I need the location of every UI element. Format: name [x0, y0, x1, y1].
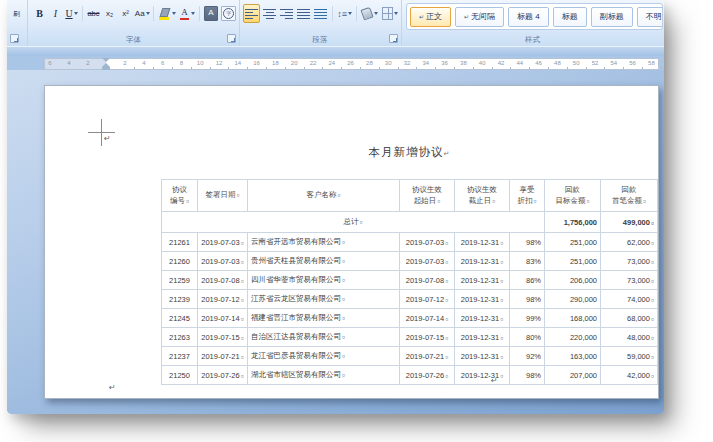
line-spacing-button[interactable]: ↕≡ [337, 5, 352, 22]
align-right-button[interactable] [279, 5, 294, 22]
table-cell[interactable]: 2019-07-26 [198, 366, 248, 385]
subscript-button[interactable]: x₂ [102, 5, 117, 22]
table-cell[interactable]: 42,000 [601, 366, 658, 385]
table-cell[interactable]: 四川省华蓥市贸易有限公司 [248, 271, 400, 290]
column-header[interactable]: 协议生效 截止日 [455, 180, 510, 212]
table-cell[interactable]: 21245 [162, 309, 198, 328]
align-left-button[interactable] [243, 4, 260, 23]
indent-marker[interactable] [102, 58, 110, 70]
table-cell[interactable]: 2019-12-31 [455, 233, 510, 252]
superscript-button[interactable]: x² [118, 5, 133, 22]
table-cell[interactable]: 68,000 [601, 309, 658, 328]
table-cell[interactable]: 2019-07-12 [400, 290, 455, 309]
format-painter-button[interactable]: 刷 [9, 5, 24, 22]
change-case-button[interactable]: Aa [134, 5, 150, 22]
font-color-button[interactable]: A [178, 5, 196, 22]
table-cell[interactable]: 99% [510, 309, 545, 328]
table-cell[interactable]: 湖北省市辖区贸易有限公司 [248, 366, 400, 385]
table-cell[interactable]: 98% [510, 290, 545, 309]
table-cell[interactable]: 2019-07-12 [198, 290, 248, 309]
table-cell[interactable]: 云南省开远市贸易有限公司 [248, 233, 400, 252]
table-cell[interactable]: 2019-12-31 [455, 290, 510, 309]
document-page[interactable]: ↵ 本月新增协议↵ 协议 编号签署日期客户名称协议生效 起始日协议生效 截止日享… [44, 85, 659, 399]
table-cell[interactable]: 73,000 [601, 271, 658, 290]
font-dialog-launcher[interactable] [227, 34, 236, 43]
style-item-副标题[interactable]: 副标题 [591, 7, 633, 27]
table-cell[interactable]: 2019-12-31 [455, 271, 510, 290]
style-item-标题 4[interactable]: 标题 4 [508, 7, 549, 27]
table-cell[interactable]: 92% [510, 347, 545, 366]
page-title[interactable]: 本月新增协议↵ [161, 145, 657, 160]
table-cell[interactable]: 80% [510, 328, 545, 347]
highlight-color-button[interactable] [157, 5, 177, 22]
table-cell[interactable]: 251,000 [545, 252, 601, 271]
column-header[interactable]: 回款 首笔金额 [601, 180, 658, 212]
table-cell[interactable]: 龙江省巴彦县贸易有限公司 [248, 347, 400, 366]
table-cell[interactable]: 江苏省云龙区贸易有限公司 [248, 290, 400, 309]
table-cell[interactable]: 2019-07-08 [198, 271, 248, 290]
column-header[interactable]: 回款 目标金额 [545, 180, 601, 212]
style-item-正文[interactable]: ↵正文 [410, 7, 451, 27]
table-cell[interactable]: 自治区江达县贸易有限公司 [248, 328, 400, 347]
strikethrough-button[interactable]: abc [86, 5, 101, 22]
ruler-strip[interactable]: 6422468101214161820222426283032343638404… [44, 58, 659, 70]
distribute-button[interactable] [313, 5, 328, 22]
table-cell[interactable]: 206,000 [545, 271, 601, 290]
table-cell[interactable]: 2019-12-31 [455, 252, 510, 271]
table-cell[interactable]: 74,000 [601, 290, 658, 309]
table-cell[interactable]: 2019-07-21 [400, 347, 455, 366]
table-cell[interactable]: 21263 [162, 328, 198, 347]
table-cell[interactable]: 21239 [162, 290, 198, 309]
column-header[interactable]: 享受 折扣 [510, 180, 545, 212]
horizontal-ruler[interactable]: 6422468101214161820222426283032343638404… [7, 56, 664, 70]
justify-button[interactable] [296, 5, 311, 22]
align-center-button[interactable] [262, 5, 277, 22]
table-cell[interactable]: 2019-12-31 [455, 328, 510, 347]
table-cell[interactable]: 2019-07-03 [400, 252, 455, 271]
table-cell[interactable]: 2019-07-21 [198, 347, 248, 366]
underline-button[interactable]: U [64, 5, 79, 22]
table-cell[interactable]: 21250 [162, 366, 198, 385]
table-cell[interactable]: 73,000 [601, 252, 658, 271]
table-cell[interactable]: 207,000 [545, 366, 601, 385]
table-cell[interactable]: 168,000 [545, 309, 601, 328]
table-cell[interactable]: 21261 [162, 233, 198, 252]
table-cell[interactable]: 2019-07-15 [198, 328, 248, 347]
table-cell[interactable]: 2019-07-03 [400, 233, 455, 252]
table-cell[interactable]: 163,000 [545, 347, 601, 366]
table-cell[interactable]: 福建省晋江市贸易有限公司 [248, 309, 400, 328]
clipboard-dialog-launcher[interactable] [10, 34, 19, 43]
table-cell[interactable]: 2019-12-31 [455, 347, 510, 366]
table-cell[interactable]: 48,000 [601, 328, 658, 347]
table-cell[interactable]: 2019-07-03 [198, 252, 248, 271]
style-item-标题[interactable]: 标题 [553, 7, 587, 27]
bold-button[interactable]: B [32, 5, 47, 22]
table-cell[interactable]: 2019-07-14 [198, 309, 248, 328]
table-cell[interactable]: 220,000 [545, 328, 601, 347]
column-header[interactable]: 协议 编号 [162, 180, 198, 212]
table-cell[interactable]: 98% [510, 233, 545, 252]
total-first-amount-cell[interactable]: 499,000 [601, 212, 658, 233]
italic-button[interactable]: I [48, 5, 63, 22]
table-cell[interactable]: 21237 [162, 347, 198, 366]
table-cell[interactable]: 59,000 [601, 347, 658, 366]
total-label-cell[interactable]: 总计 [162, 212, 545, 233]
table-cell[interactable]: 2019-07-26 [400, 366, 455, 385]
table-cell[interactable]: 62,000 [601, 233, 658, 252]
table-cell[interactable]: 2019-07-03 [198, 233, 248, 252]
total-target-amount-cell[interactable]: 1,756,000 [545, 212, 601, 233]
table-cell[interactable]: 21259 [162, 271, 198, 290]
enclose-characters-button[interactable]: 字 [220, 5, 237, 22]
table-cell[interactable]: 贵州省天柱县贸易有限公司 [248, 252, 400, 271]
table-cell[interactable]: 21260 [162, 252, 198, 271]
table-cell[interactable]: 83% [510, 252, 545, 271]
character-shading-button[interactable]: A [203, 5, 220, 22]
table-cell[interactable]: 290,000 [545, 290, 601, 309]
column-header[interactable]: 客户名称 [248, 180, 400, 212]
column-header[interactable]: 协议生效 起始日 [400, 180, 455, 212]
table-cell[interactable]: 2019-12-31 [455, 366, 510, 385]
paragraph-dialog-launcher[interactable] [389, 34, 398, 43]
table-cell[interactable]: 86% [510, 271, 545, 290]
table-cell[interactable]: 2019-07-08 [400, 271, 455, 290]
table-cell[interactable]: 2019-07-15 [400, 328, 455, 347]
